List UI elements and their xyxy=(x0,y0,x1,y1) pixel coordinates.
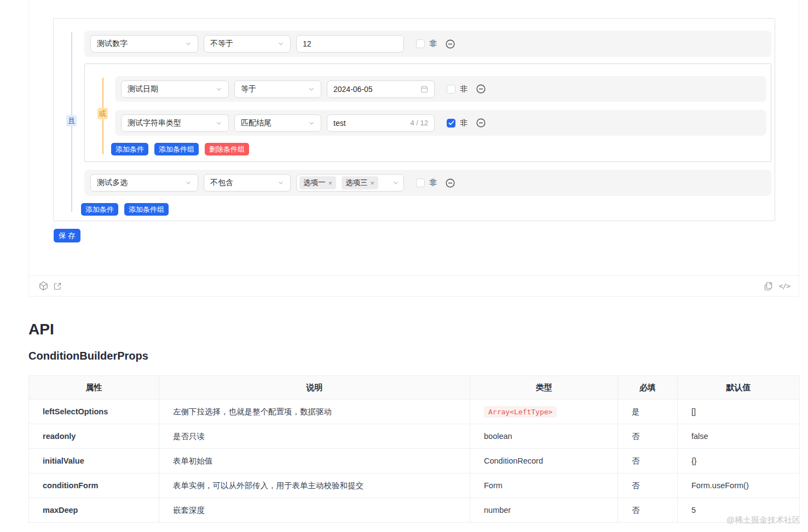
tag-label: 选项一 xyxy=(303,178,326,188)
toolbar-left xyxy=(39,281,62,291)
text-input[interactable]: test 4 / 12 xyxy=(327,114,435,132)
chevron-down-icon xyxy=(216,86,222,92)
prop-default: Form.useForm() xyxy=(678,473,800,498)
minus-circle-icon[interactable] xyxy=(446,39,455,49)
column-header-type: 类型 xyxy=(470,376,618,400)
prop-desc: 是否只读 xyxy=(159,424,470,449)
value-input[interactable]: 12 xyxy=(296,35,404,53)
prop-name: maxDeep xyxy=(29,498,159,523)
prop-required: 否 xyxy=(618,498,678,523)
codesandbox-icon[interactable] xyxy=(39,281,48,291)
minus-circle-icon[interactable] xyxy=(446,178,455,188)
demo-toolbar: </> xyxy=(29,275,799,296)
chevron-down-icon xyxy=(216,120,222,126)
input-value: 12 xyxy=(303,39,311,48)
chevron-down-icon xyxy=(278,41,284,47)
add-group-button[interactable]: 添加条件组 xyxy=(154,143,199,155)
tag-list: 选项一 × 选项三 × xyxy=(299,176,384,189)
code-icon[interactable]: </> xyxy=(779,282,790,290)
toolbar-right: </> xyxy=(764,282,790,291)
prop-required: 否 xyxy=(618,449,678,473)
not-label: 非 xyxy=(429,178,437,188)
tag: 选项一 × xyxy=(299,176,336,189)
select-value: 测试字符串类型 xyxy=(128,118,181,128)
not-checkbox[interactable] xyxy=(416,39,425,48)
chevron-down-icon xyxy=(393,180,399,186)
prop-default: [] xyxy=(678,400,800,424)
field-select[interactable]: 测试数字 xyxy=(90,35,198,53)
input-counter: 4 / 12 xyxy=(410,119,428,127)
tag-label: 选项三 xyxy=(345,178,368,188)
table-row: conditionForm 表单实例，可以从外部传入，用于表单主动校验和提交 F… xyxy=(29,473,800,498)
minus-circle-icon[interactable] xyxy=(476,84,486,94)
input-value: test xyxy=(333,119,346,128)
not-checkbox[interactable] xyxy=(447,119,455,128)
prop-type: Form xyxy=(470,473,618,498)
column-header-desc: 说明 xyxy=(159,376,470,400)
root-actions: 添加条件 添加条件组 xyxy=(81,203,169,216)
not-label: 非 xyxy=(429,39,437,49)
select-value: 不等于 xyxy=(210,39,233,49)
prop-default: false xyxy=(678,424,800,449)
condition-row-string: 测试字符串类型 匹配结尾 test 4 / 12 非 xyxy=(115,110,766,136)
calendar-icon xyxy=(420,85,428,93)
and-logic-badge[interactable]: 且 xyxy=(66,115,77,126)
external-link-icon[interactable] xyxy=(53,282,62,291)
condition-row-date: 测试日期 等于 2024-06-05 非 xyxy=(115,76,766,102)
not-toggle: 非 xyxy=(416,39,455,49)
add-group-button[interactable]: 添加条件组 xyxy=(124,203,169,216)
api-props-table: 属性 说明 类型 必填 默认值 leftSelectOptions 左侧下拉选择… xyxy=(28,375,800,523)
field-select[interactable]: 测试多选 xyxy=(90,174,198,192)
delete-group-button[interactable]: 删除条件组 xyxy=(205,143,249,155)
not-checkbox[interactable] xyxy=(447,85,455,94)
select-value: 测试日期 xyxy=(128,84,158,94)
prop-type: boolean xyxy=(470,424,618,449)
table-row: initialValue 表单初始值 ConditionRecord 否 {} xyxy=(29,449,800,473)
operator-select[interactable]: 不包含 xyxy=(204,174,291,192)
prop-required: 是 xyxy=(618,400,678,424)
not-toggle: 非 xyxy=(416,178,455,188)
type-code: Array<LeftType> xyxy=(484,406,557,418)
prop-type: number xyxy=(470,498,618,523)
column-header-prop: 属性 xyxy=(29,376,159,400)
prop-desc: 表单初始值 xyxy=(159,449,470,473)
prop-name: readonly xyxy=(29,424,159,449)
condition-row-number: 测试数字 不等于 12 非 xyxy=(84,31,771,57)
chevron-down-icon xyxy=(185,180,192,186)
not-toggle: 非 xyxy=(447,84,486,94)
or-logic-badge[interactable]: 或 xyxy=(97,108,108,119)
field-select[interactable]: 测试字符串类型 xyxy=(121,114,229,132)
prop-required: 否 xyxy=(618,424,678,449)
select-value: 等于 xyxy=(241,84,256,94)
save-button[interactable]: 保 存 xyxy=(54,229,80,242)
multi-select[interactable]: 选项一 × 选项三 × xyxy=(296,174,404,192)
copy-icon[interactable] xyxy=(764,282,772,291)
not-checkbox[interactable] xyxy=(416,178,425,187)
api-heading: API xyxy=(28,321,54,338)
operator-select[interactable]: 等于 xyxy=(234,80,321,98)
operator-select[interactable]: 匹配结尾 xyxy=(234,114,321,132)
minus-circle-icon[interactable] xyxy=(476,118,486,128)
not-label: 非 xyxy=(460,118,468,128)
tag-close-icon[interactable]: × xyxy=(328,179,333,187)
watermark: @稀土掘金技术社区 xyxy=(726,515,800,525)
tag: 选项三 × xyxy=(342,176,378,189)
chevron-down-icon xyxy=(185,41,192,47)
prop-desc: 表单实例，可以从外部传入，用于表单主动校验和提交 xyxy=(159,473,470,498)
add-condition-button[interactable]: 添加条件 xyxy=(81,203,118,216)
select-value: 匹配结尾 xyxy=(241,118,272,128)
table-row: maxDeep 嵌套深度 number 否 5 xyxy=(29,498,800,523)
prop-required: 否 xyxy=(618,473,678,498)
operator-select[interactable]: 不等于 xyxy=(204,35,291,53)
field-select[interactable]: 测试日期 xyxy=(121,80,229,98)
date-input[interactable]: 2024-06-05 xyxy=(327,80,435,98)
column-header-default: 默认值 xyxy=(678,376,800,400)
add-condition-button[interactable]: 添加条件 xyxy=(111,143,148,155)
table-header-row: 属性 说明 类型 必填 默认值 xyxy=(29,376,800,400)
prop-name: leftSelectOptions xyxy=(29,400,159,424)
tag-close-icon[interactable]: × xyxy=(371,179,375,187)
api-subheading: ConditionBuilderProps xyxy=(28,350,148,362)
group-actions: 添加条件 添加条件组 删除条件组 xyxy=(111,143,249,155)
prop-type: Array<LeftType> xyxy=(470,400,618,424)
column-header-required: 必填 xyxy=(618,376,678,400)
